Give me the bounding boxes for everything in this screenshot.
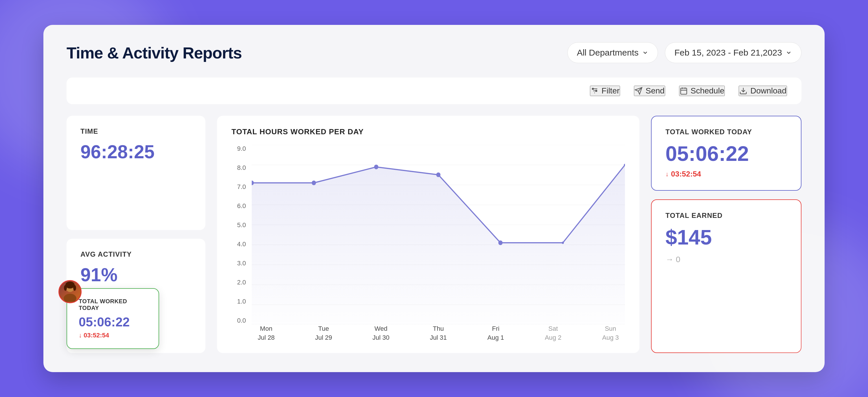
x-label-sun: SunAug 3: [596, 324, 625, 342]
svg-point-3: [592, 88, 594, 90]
toolbar: Filter Send Schedule Download: [66, 78, 802, 104]
content-area: TIME 96:28:25 AVG ACTIVITY 91% TOTAL HOU…: [66, 116, 802, 353]
earned-arrow-zero: → 0: [665, 255, 787, 264]
worked-today-card: TOTAL WORKED TODAY 05:06:22 ↓ 03:52:54: [651, 116, 802, 191]
download-button[interactable]: Download: [739, 86, 787, 96]
data-point: [562, 242, 564, 244]
earned-value: $145: [665, 225, 787, 249]
worked-today-label: TOTAL WORKED TODAY: [665, 128, 787, 136]
data-point: [374, 165, 378, 169]
data-point: [498, 240, 503, 245]
filter-button[interactable]: Filter: [590, 86, 620, 96]
filter-icon: [591, 87, 599, 95]
chart-area: TOTAL HOURS WORKED PER DAY 9.0 8.0 7.0 6…: [217, 116, 640, 353]
worked-today-value: 05:06:22: [665, 142, 787, 165]
avg-activity-label: AVG ACTIVITY: [81, 250, 191, 258]
svg-point-26: [73, 285, 76, 291]
time-value: 96:28:25: [81, 141, 191, 163]
down-arrow-icon: ↓: [665, 171, 669, 178]
chart-fill: [252, 165, 625, 324]
schedule-button[interactable]: Schedule: [679, 86, 725, 96]
schedule-icon: [680, 87, 688, 95]
svg-point-25: [64, 285, 67, 291]
popup-label: TOTAL WORKED TODAY: [79, 298, 147, 311]
popup-card: TOTAL WORKED TODAY 05:06:22 ↓ 03:52:54: [66, 288, 159, 349]
popup-down-arrow-icon: ↓: [79, 332, 82, 339]
data-point: [436, 173, 441, 177]
chevron-down-icon: [785, 50, 792, 56]
department-dropdown[interactable]: All Departments: [567, 42, 658, 63]
popup-down: ↓ 03:52:54: [79, 332, 147, 339]
main-card: Time & Activity Reports All Departments …: [43, 25, 825, 372]
right-column: TOTAL WORKED TODAY 05:06:22 ↓ 03:52:54 T…: [651, 116, 802, 353]
x-axis: MonJul 28 TueJul 29 WedJul 30 ThuJul 31 …: [252, 324, 625, 342]
x-label-fri: FriAug 1: [481, 324, 510, 342]
line-chart: [252, 145, 625, 324]
data-point: [312, 181, 316, 185]
time-card: TIME 96:28:25: [66, 116, 206, 230]
send-button[interactable]: Send: [634, 86, 665, 96]
y-axis: 9.0 8.0 7.0 6.0 5.0 4.0 3.0 2.0 1.0 0.0: [231, 145, 249, 324]
earned-label: TOTAL EARNED: [665, 212, 787, 220]
download-icon: [739, 87, 747, 95]
chart-title: TOTAL HOURS WORKED PER DAY: [231, 127, 625, 136]
x-label-thu: ThuJul 31: [424, 324, 453, 342]
x-label-mon: MonJul 28: [252, 324, 281, 342]
svg-rect-7: [681, 88, 687, 94]
header-controls: All Departments Feb 15, 2023 - Feb 21,20…: [567, 42, 802, 63]
header: Time & Activity Reports All Departments …: [66, 42, 802, 63]
x-label-wed: WedJul 30: [367, 324, 396, 342]
x-label-tue: TueJul 29: [309, 324, 338, 342]
time-label: TIME: [81, 127, 191, 135]
chevron-down-icon: [642, 50, 648, 56]
chart-container: 9.0 8.0 7.0 6.0 5.0 4.0 3.0 2.0 1.0 0.0: [231, 145, 625, 342]
avatar: [58, 280, 82, 303]
svg-point-23: [64, 294, 76, 302]
chart-svg-area: [252, 145, 625, 324]
avatar-image: [61, 281, 79, 302]
earned-card: TOTAL EARNED $145 → 0: [651, 200, 802, 353]
page-title: Time & Activity Reports: [66, 43, 242, 62]
x-label-sat: SatAug 2: [539, 324, 568, 342]
worked-today-down: ↓ 03:52:54: [665, 170, 787, 179]
send-icon: [634, 87, 643, 95]
popup-value: 05:06:22: [79, 315, 147, 329]
avg-activity-value: 91%: [81, 264, 191, 285]
svg-point-4: [596, 90, 597, 92]
date-range-dropdown[interactable]: Feb 15, 2023 - Feb 21,2023: [665, 42, 802, 63]
